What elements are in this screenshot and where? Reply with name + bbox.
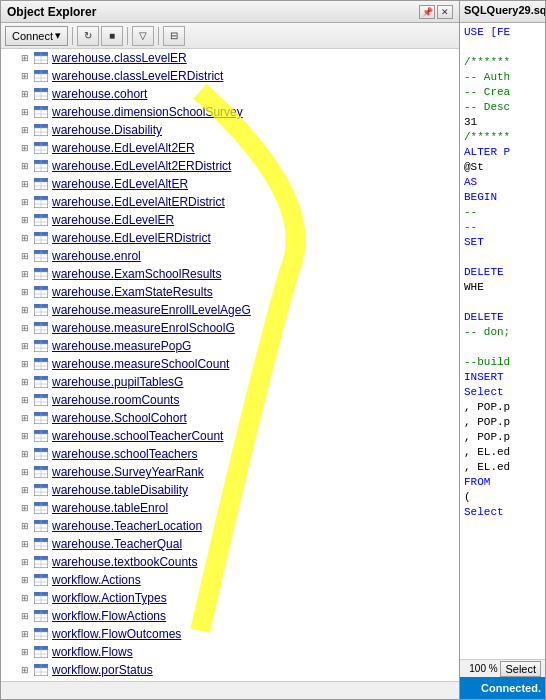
tree-item-label[interactable]: warehouse.dimensionSchoolSurvey bbox=[52, 103, 243, 121]
tree-item[interactable]: ⊞workflow.Flows bbox=[1, 643, 459, 661]
tree-item-label[interactable]: warehouse.TeacherQual bbox=[52, 535, 182, 553]
tree-item[interactable]: ⊞warehouse.tableDisability bbox=[1, 481, 459, 499]
tree-item-label[interactable]: workflow.UserRoles bbox=[52, 679, 157, 681]
tree-item[interactable]: ⊞warehouse.roomCounts bbox=[1, 391, 459, 409]
select-button[interactable]: Select bbox=[500, 661, 541, 677]
expand-icon[interactable]: ⊞ bbox=[17, 104, 33, 120]
tree-item-label[interactable]: workflow.Actions bbox=[52, 571, 141, 589]
expand-icon[interactable]: ⊞ bbox=[17, 320, 33, 336]
expand-icon[interactable]: ⊞ bbox=[17, 338, 33, 354]
expand-icon[interactable]: ⊞ bbox=[17, 428, 33, 444]
stop-button[interactable]: ■ bbox=[101, 26, 123, 46]
expand-icon[interactable]: ⊞ bbox=[17, 572, 33, 588]
expand-icon[interactable]: ⊞ bbox=[17, 500, 33, 516]
tree-item[interactable]: ⊞warehouse.SurveyYearRank bbox=[1, 463, 459, 481]
collapse-button[interactable]: ⊟ bbox=[163, 26, 185, 46]
tree-item[interactable]: ⊞warehouse.measurePopG bbox=[1, 337, 459, 355]
close-button[interactable]: ✕ bbox=[437, 5, 453, 19]
expand-icon[interactable]: ⊞ bbox=[17, 554, 33, 570]
expand-icon[interactable]: ⊞ bbox=[17, 644, 33, 660]
tree-item[interactable]: ⊞warehouse.TeacherLocation bbox=[1, 517, 459, 535]
tree-item-label[interactable]: warehouse.enrol bbox=[52, 247, 141, 265]
tree-item-label[interactable]: warehouse.schoolTeachers bbox=[52, 445, 197, 463]
tree-item-label[interactable]: warehouse.ExamSchoolResults bbox=[52, 265, 221, 283]
tree-item-label[interactable]: warehouse.EdLevelAltER bbox=[52, 175, 188, 193]
tree-item[interactable]: ⊞workflow.FlowActions bbox=[1, 607, 459, 625]
tree-item[interactable]: ⊞warehouse.measureEnrolSchoolG bbox=[1, 319, 459, 337]
expand-icon[interactable]: ⊞ bbox=[17, 446, 33, 462]
expand-icon[interactable]: ⊞ bbox=[17, 194, 33, 210]
expand-icon[interactable]: ⊞ bbox=[17, 608, 33, 624]
expand-icon[interactable]: ⊞ bbox=[17, 374, 33, 390]
tree-item-label[interactable]: warehouse.tableDisability bbox=[52, 481, 188, 499]
tree-item[interactable]: ⊞warehouse.SchoolCohort bbox=[1, 409, 459, 427]
tree-item-label[interactable]: warehouse.textbookCounts bbox=[52, 553, 197, 571]
tree-item[interactable]: ⊞warehouse.Disability bbox=[1, 121, 459, 139]
expand-icon[interactable]: ⊞ bbox=[17, 212, 33, 228]
tree-item[interactable]: ⊞workflow.Actions bbox=[1, 571, 459, 589]
expand-icon[interactable]: ⊞ bbox=[17, 140, 33, 156]
expand-icon[interactable]: ⊞ bbox=[17, 626, 33, 642]
filter-button[interactable]: ▽ bbox=[132, 26, 154, 46]
tree-item[interactable]: ⊞warehouse.EdLevelERDistrict bbox=[1, 229, 459, 247]
expand-icon[interactable]: ⊞ bbox=[17, 68, 33, 84]
tree-item[interactable]: ⊞warehouse.EdLevelAlt2ERDistrict bbox=[1, 157, 459, 175]
tree-item-label[interactable]: warehouse.EdLevelAltERDistrict bbox=[52, 193, 225, 211]
tree-item-label[interactable]: warehouse.tableEnrol bbox=[52, 499, 168, 517]
expand-icon[interactable]: ⊞ bbox=[17, 680, 33, 681]
tree-item-label[interactable]: workflow.Flows bbox=[52, 643, 133, 661]
expand-icon[interactable]: ⊞ bbox=[17, 356, 33, 372]
expand-icon[interactable]: ⊞ bbox=[17, 248, 33, 264]
tree-container[interactable]: ⊞warehouse.classLevelER⊞warehouse.classL… bbox=[1, 49, 459, 681]
tree-item[interactable]: ⊞warehouse.classLevelER bbox=[1, 49, 459, 67]
expand-icon[interactable]: ⊞ bbox=[17, 590, 33, 606]
tree-item-label[interactable]: warehouse.Disability bbox=[52, 121, 162, 139]
tree-item[interactable]: ⊞warehouse.pupilTablesG bbox=[1, 373, 459, 391]
tree-item-label[interactable]: warehouse.classLevelER bbox=[52, 49, 187, 67]
tree-item-label[interactable]: warehouse.SchoolCohort bbox=[52, 409, 187, 427]
pin-button[interactable]: 📌 bbox=[419, 5, 435, 19]
expand-icon[interactable]: ⊞ bbox=[17, 158, 33, 174]
expand-icon[interactable]: ⊞ bbox=[17, 86, 33, 102]
expand-icon[interactable]: ⊞ bbox=[17, 662, 33, 678]
tree-item-label[interactable]: warehouse.schoolTeacherCount bbox=[52, 427, 223, 445]
expand-icon[interactable]: ⊞ bbox=[17, 302, 33, 318]
tree-item-label[interactable]: warehouse.measureEnrollLevelAgeG bbox=[52, 301, 251, 319]
tree-item[interactable]: ⊞warehouse.ExamSchoolResults bbox=[1, 265, 459, 283]
tree-item-label[interactable]: warehouse.EdLevelAlt2ER bbox=[52, 139, 195, 157]
tree-item[interactable]: ⊞warehouse.measureSchoolCount bbox=[1, 355, 459, 373]
expand-icon[interactable]: ⊞ bbox=[17, 176, 33, 192]
tree-item[interactable]: ⊞warehouse.TeacherQual bbox=[1, 535, 459, 553]
expand-icon[interactable]: ⊞ bbox=[17, 482, 33, 498]
tree-item[interactable]: ⊞warehouse.EdLevelAltERDistrict bbox=[1, 193, 459, 211]
tree-item-label[interactable]: warehouse.ExamStateResults bbox=[52, 283, 213, 301]
refresh-button[interactable]: ↻ bbox=[77, 26, 99, 46]
tree-item[interactable]: ⊞warehouse.textbookCounts bbox=[1, 553, 459, 571]
tree-item-label[interactable]: warehouse.roomCounts bbox=[52, 391, 179, 409]
tree-item[interactable]: ⊞warehouse.schoolTeachers bbox=[1, 445, 459, 463]
tree-item[interactable]: ⊞warehouse.schoolTeacherCount bbox=[1, 427, 459, 445]
tree-item[interactable]: ⊞warehouse.cohort bbox=[1, 85, 459, 103]
tree-item[interactable]: ⊞warehouse.enrol bbox=[1, 247, 459, 265]
tree-item[interactable]: ⊞warehouse.EdLevelAlt2ER bbox=[1, 139, 459, 157]
tree-item-label[interactable]: warehouse.pupilTablesG bbox=[52, 373, 183, 391]
tree-item[interactable]: ⊞workflow.ActionTypes bbox=[1, 589, 459, 607]
tree-item-label[interactable]: workflow.ActionTypes bbox=[52, 589, 167, 607]
tree-item-label[interactable]: warehouse.TeacherLocation bbox=[52, 517, 202, 535]
expand-icon[interactable]: ⊞ bbox=[17, 518, 33, 534]
expand-icon[interactable]: ⊞ bbox=[17, 230, 33, 246]
tree-item[interactable]: ⊞warehouse.EdLevelER bbox=[1, 211, 459, 229]
expand-icon[interactable]: ⊞ bbox=[17, 410, 33, 426]
tree-item[interactable]: ⊞workflow.FlowOutcomes bbox=[1, 625, 459, 643]
expand-icon[interactable]: ⊞ bbox=[17, 464, 33, 480]
expand-icon[interactable]: ⊞ bbox=[17, 50, 33, 66]
tree-item-label[interactable]: warehouse.measurePopG bbox=[52, 337, 191, 355]
expand-icon[interactable]: ⊞ bbox=[17, 392, 33, 408]
tree-item-label[interactable]: warehouse.EdLevelAlt2ERDistrict bbox=[52, 157, 231, 175]
tree-item-label[interactable]: workflow.porStatus bbox=[52, 661, 153, 679]
tree-item[interactable]: ⊞warehouse.ExamStateResults bbox=[1, 283, 459, 301]
tree-item[interactable]: ⊞warehouse.EdLevelAltER bbox=[1, 175, 459, 193]
expand-icon[interactable]: ⊞ bbox=[17, 284, 33, 300]
tree-item-label[interactable]: warehouse.cohort bbox=[52, 85, 147, 103]
tree-item[interactable]: ⊞workflow.UserRoles bbox=[1, 679, 459, 681]
